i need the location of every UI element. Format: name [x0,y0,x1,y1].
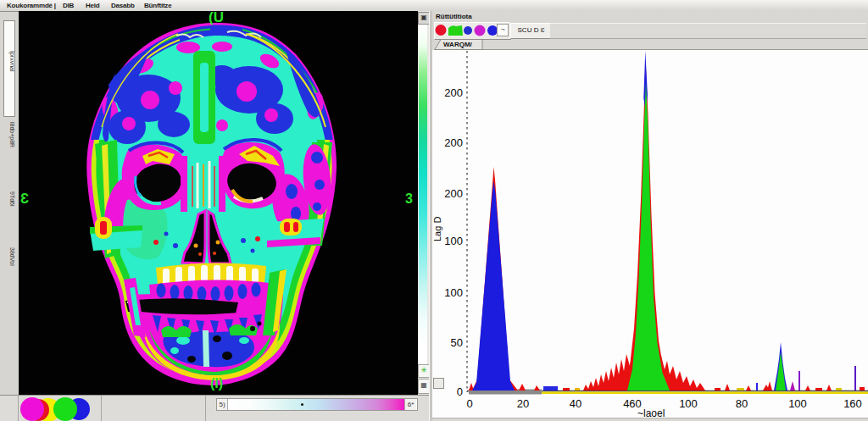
svg-text:Lag D: Lag D [432,217,442,241]
